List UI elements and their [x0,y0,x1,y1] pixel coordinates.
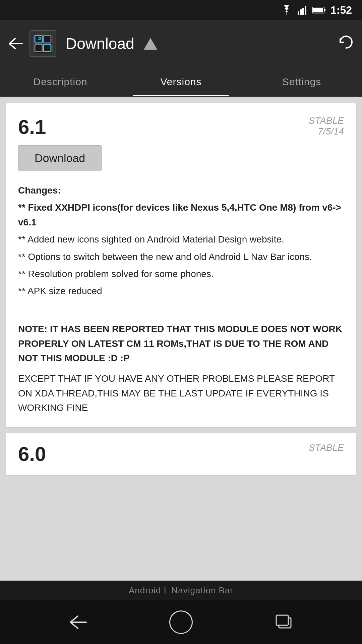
tab-versions[interactable]: Versions [121,67,241,96]
svg-rect-6 [313,8,323,12]
nav-home-button[interactable] [169,610,193,634]
status-time: 1:52 [330,4,352,16]
download-button[interactable]: Download [18,145,102,171]
battery-icon [312,6,326,14]
nav-bar-label: Android L Navigation Bar [0,581,362,600]
stable-badge-60: STABLE [309,442,344,453]
svg-rect-0 [298,11,299,15]
version-date: 7/5/14 [309,126,344,137]
svg-rect-3 [305,6,306,15]
app-bar-left: Download [7,30,157,57]
svg-rect-1 [300,9,302,15]
change-line3: ** Options to switch between the new and… [18,250,344,264]
status-bar: 1:52 [0,0,362,20]
version-number-60: 6.0 [18,442,46,466]
version-card-61: 6.1 STABLE 7/5/14 Download Changes: ** F… [6,103,356,427]
change-note: NOTE: IT HAS BEEN REPORTED THAT THIS MOD… [18,322,344,365]
change-line2: ** Added new icons sighted on Android Ma… [18,232,344,247]
svg-rect-8 [34,34,52,53]
tab-description[interactable]: Description [0,67,121,96]
version-number: 6.1 [18,115,46,139]
version-badge: STABLE 7/5/14 [309,115,344,137]
changes-text: Changes: ** Fixed XXHDPI icons(for devic… [18,183,344,415]
svg-rect-2 [302,8,304,15]
change-extra: EXCEPT THAT IF YOU HAVE ANY OTHER PROBLE… [18,371,344,415]
status-icons: 1:52 [280,4,352,16]
svg-rect-15 [276,615,288,625]
change-line1: ** Fixed XXHDPI icons(for devices like N… [18,202,341,227]
version-card-60: 6.0 STABLE [6,433,356,475]
app-bar: Download [0,20,362,67]
change-line5: ** APK size reduced [18,284,344,298]
changes-heading: Changes: [18,185,61,196]
stable-badge: STABLE [309,115,344,126]
tab-bar: Description Versions Settings [0,67,362,97]
system-nav-bar [0,600,362,644]
signal-icon [298,5,308,15]
nav-back-button[interactable] [68,615,88,630]
home-circle [169,610,193,634]
app-bar-title: Download [66,35,134,53]
wifi-icon [280,5,293,15]
version-header: 6.1 STABLE 7/5/14 [18,115,344,139]
app-icon [29,30,56,57]
back-button[interactable] [7,37,23,50]
signal-triangle [144,38,157,50]
change-line4: ** Resolution problem solved for some ph… [18,267,344,281]
nav-recents-button[interactable] [274,614,294,631]
tab-settings[interactable]: Settings [241,67,362,96]
svg-rect-5 [324,9,325,11]
content-area: 6.1 STABLE 7/5/14 Download Changes: ** F… [0,97,362,581]
refresh-button[interactable] [337,33,355,55]
